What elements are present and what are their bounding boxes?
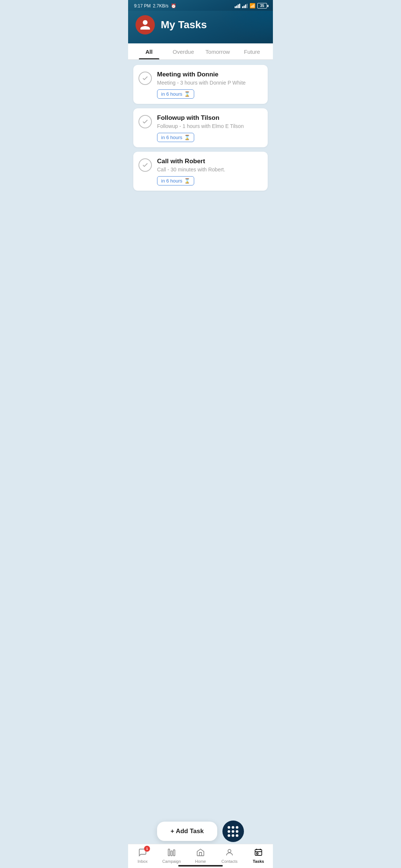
task-card-2: Followup with Tilson Followup - 1 hours … [133,108,268,147]
status-bar: 9:17 PM 2.7KB/s ⏰ 📶 35 [128,0,273,11]
task-title-1: Meeting with Donnie [157,71,263,78]
checkmark-icon-1 [142,75,149,82]
task-subtitle-1: Meeting - 3 hours with Donnie P White [157,80,263,86]
tab-bar: All Overdue Tomorrow Future [128,43,273,60]
time: 9:17 PM [134,3,151,9]
task-body-3: Call with Robert Call - 30 minutes with … [157,158,263,185]
task-subtitle-3: Call - 30 minutes with Robert. [157,167,263,172]
signal-icon [235,4,240,8]
task-card-1: Meeting with Donnie Meeting - 3 hours wi… [133,65,268,104]
task-list: Meeting with Donnie Meeting - 3 hours wi… [128,60,273,282]
user-icon [139,19,151,31]
hourglass-icon-1: ⌛ [184,91,190,97]
hourglass-icon-2: ⌛ [184,135,190,140]
tab-future[interactable]: Future [235,43,270,59]
header: My Tasks [128,11,273,43]
signal-icon-2 [242,4,248,8]
avatar [136,15,155,34]
task-check-2[interactable] [138,115,152,128]
task-badge-2: in 6 hours ⌛ [157,133,194,142]
task-body-1: Meeting with Donnie Meeting - 3 hours wi… [157,71,263,99]
task-check-1[interactable] [138,72,152,85]
wifi-icon: 📶 [250,3,255,9]
speed: 2.7KB/s [153,3,169,9]
tab-tomorrow[interactable]: Tomorrow [200,43,235,59]
task-body-2: Followup with Tilson Followup - 1 hours … [157,114,263,142]
checkmark-icon-2 [142,118,149,125]
status-left: 9:17 PM 2.7KB/s ⏰ [134,3,176,9]
task-title-3: Call with Robert [157,158,263,165]
task-title-2: Followup with Tilson [157,114,263,122]
battery-icon: 35 [257,3,267,9]
task-card-3: Call with Robert Call - 30 minutes with … [133,152,268,191]
task-badge-3: in 6 hours ⌛ [157,176,194,185]
tab-overdue[interactable]: Overdue [166,43,201,59]
page-title: My Tasks [161,19,207,31]
alarm-icon: ⏰ [171,3,176,9]
checkmark-icon-3 [142,162,149,168]
task-subtitle-2: Followup - 1 hours with Elmo E Tilson [157,123,263,129]
tab-all[interactable]: All [132,43,166,59]
task-check-3[interactable] [138,158,152,172]
hourglass-icon-3: ⌛ [184,178,190,184]
task-badge-1: in 6 hours ⌛ [157,89,194,99]
status-right: 📶 35 [235,3,267,9]
